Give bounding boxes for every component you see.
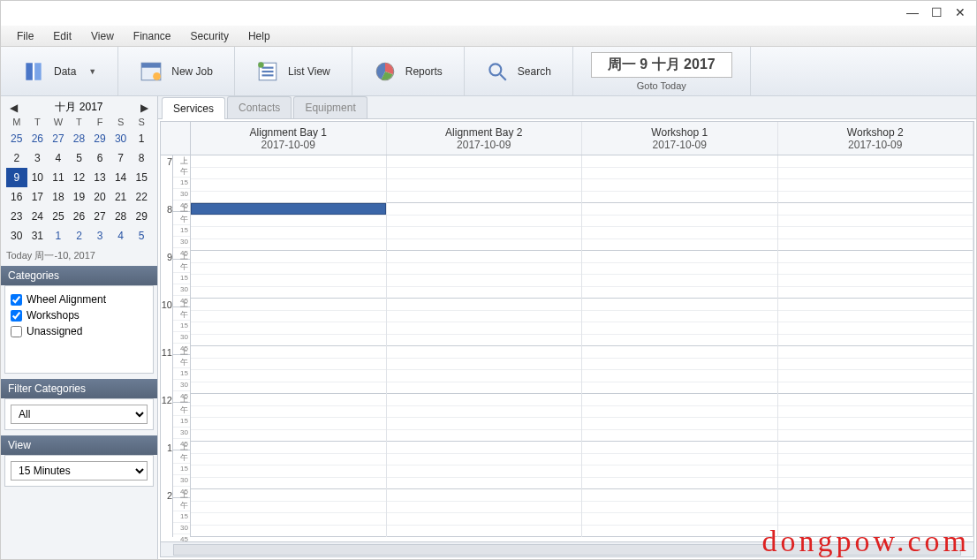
schedule-cell[interactable] xyxy=(387,251,583,299)
schedule-cell[interactable] xyxy=(778,394,974,442)
calendar-day[interactable]: 10 xyxy=(27,168,49,187)
schedule-cell[interactable] xyxy=(582,155,778,203)
schedule-cell[interactable] xyxy=(191,155,387,203)
calendar-day[interactable]: 28 xyxy=(110,207,132,226)
prev-month-icon[interactable]: ◀ xyxy=(6,102,21,114)
schedule-cell[interactable] xyxy=(387,346,583,394)
schedule-cell[interactable] xyxy=(191,203,387,251)
calendar-day[interactable]: 11 xyxy=(48,168,69,187)
calendar-day[interactable]: 2 xyxy=(6,148,27,168)
schedule-body[interactable]: 7上午1530458上午1530459上午15304510上午15304511上… xyxy=(161,155,973,541)
menu-edit[interactable]: Edit xyxy=(44,27,80,44)
calendar-day[interactable]: 15 xyxy=(131,168,152,187)
minimize-icon[interactable]: — xyxy=(906,6,919,20)
calendar-day[interactable]: 25 xyxy=(6,129,27,148)
calendar-day[interactable]: 26 xyxy=(69,207,90,226)
schedule-cell[interactable] xyxy=(191,489,387,537)
schedule-cell[interactable] xyxy=(778,251,974,299)
menu-finance[interactable]: Finance xyxy=(125,27,180,44)
goto-today[interactable]: 周一 9 十月 2017 Goto Today xyxy=(573,47,751,95)
schedule-cell[interactable] xyxy=(191,394,387,442)
calendar-day[interactable]: 9 xyxy=(6,168,27,187)
calendar-day[interactable]: 19 xyxy=(69,187,90,207)
next-month-icon[interactable]: ▶ xyxy=(137,102,152,114)
search-button[interactable]: Search xyxy=(465,47,573,95)
calendar-day[interactable]: 27 xyxy=(48,129,69,148)
calendar-day[interactable]: 14 xyxy=(110,168,132,187)
calendar-day[interactable]: 27 xyxy=(89,207,110,226)
new-job-button[interactable]: New Job xyxy=(118,47,235,95)
schedule-cell[interactable] xyxy=(582,489,778,537)
schedule-cell[interactable] xyxy=(387,442,583,489)
schedule-cell[interactable] xyxy=(778,346,974,394)
calendar-day[interactable]: 30 xyxy=(110,129,132,148)
schedule-cell[interactable] xyxy=(582,442,778,489)
calendar-day[interactable]: 6 xyxy=(89,148,110,168)
calendar-day[interactable]: 22 xyxy=(131,187,152,207)
category-item[interactable]: Wheel Alignment xyxy=(11,291,148,307)
calendar-day[interactable]: 4 xyxy=(110,226,132,246)
category-checkbox[interactable] xyxy=(11,326,22,337)
schedule-cell[interactable] xyxy=(191,442,387,489)
menu-security[interactable]: Security xyxy=(182,27,238,44)
appointment[interactable] xyxy=(191,203,386,215)
list-view-button[interactable]: List View xyxy=(235,47,352,95)
schedule-cell[interactable] xyxy=(778,299,974,346)
calendar-day[interactable]: 29 xyxy=(131,207,152,226)
schedule-cell[interactable] xyxy=(778,489,974,537)
filter-select[interactable]: All xyxy=(11,405,148,424)
data-button[interactable]: Data ▼ xyxy=(1,47,118,95)
calendar-day[interactable]: 16 xyxy=(6,187,27,207)
calendar-day[interactable]: 20 xyxy=(89,187,110,207)
tab-contacts[interactable]: Contacts xyxy=(227,96,292,118)
schedule-cell[interactable] xyxy=(387,203,583,251)
schedule-cell[interactable] xyxy=(582,394,778,442)
schedule-cell[interactable] xyxy=(387,155,583,203)
calendar-day[interactable]: 5 xyxy=(69,148,90,168)
calendar-day[interactable]: 29 xyxy=(89,129,110,148)
today-link[interactable]: Today 周一-10, 2017 xyxy=(1,247,157,266)
tab-equipment[interactable]: Equipment xyxy=(293,96,367,118)
calendar-day[interactable]: 24 xyxy=(27,207,49,226)
reports-button[interactable]: Reports xyxy=(352,47,465,95)
schedule-cell[interactable] xyxy=(387,299,583,346)
calendar-day[interactable]: 3 xyxy=(27,148,49,168)
schedule-cell[interactable] xyxy=(778,203,974,251)
maximize-icon[interactable]: ☐ xyxy=(931,6,943,20)
schedule-cell[interactable] xyxy=(191,346,387,394)
menu-help[interactable]: Help xyxy=(239,27,279,44)
menu-file[interactable]: File xyxy=(8,27,42,44)
schedule-cell[interactable] xyxy=(778,442,974,489)
category-item[interactable]: Unassigned xyxy=(11,323,148,339)
close-icon[interactable]: ✕ xyxy=(955,6,966,20)
category-item[interactable]: Workshops xyxy=(11,307,148,323)
calendar-day[interactable]: 3 xyxy=(89,226,110,246)
calendar-day[interactable]: 28 xyxy=(69,129,90,148)
calendar-day[interactable]: 25 xyxy=(48,207,69,226)
menu-view[interactable]: View xyxy=(82,27,123,44)
calendar-day[interactable]: 13 xyxy=(89,168,110,187)
calendar-day[interactable]: 1 xyxy=(131,129,152,148)
category-checkbox[interactable] xyxy=(11,294,22,306)
calendar-day[interactable]: 7 xyxy=(110,148,132,168)
calendar-day[interactable]: 21 xyxy=(110,187,132,207)
schedule-cell[interactable] xyxy=(778,155,974,203)
calendar-day[interactable]: 17 xyxy=(27,187,49,207)
schedule-cell[interactable] xyxy=(582,346,778,394)
calendar-day[interactable]: 31 xyxy=(27,226,49,246)
schedule-cell[interactable] xyxy=(387,489,583,537)
calendar-day[interactable]: 1 xyxy=(48,226,69,246)
schedule-cell[interactable] xyxy=(191,251,387,299)
calendar-day[interactable]: 2 xyxy=(69,226,90,246)
schedule-cell[interactable] xyxy=(582,299,778,346)
calendar-day[interactable]: 4 xyxy=(48,148,69,168)
tab-services[interactable]: Services xyxy=(162,97,225,119)
horizontal-scrollbar[interactable] xyxy=(161,541,973,556)
view-select[interactable]: 15 Minutes xyxy=(11,461,148,481)
calendar-day[interactable]: 12 xyxy=(69,168,90,187)
calendar-day[interactable]: 23 xyxy=(6,207,27,226)
calendar-day[interactable]: 18 xyxy=(48,187,69,207)
calendar-day[interactable]: 5 xyxy=(131,226,152,246)
calendar-day[interactable]: 26 xyxy=(27,129,49,148)
calendar-day[interactable]: 8 xyxy=(131,148,152,168)
